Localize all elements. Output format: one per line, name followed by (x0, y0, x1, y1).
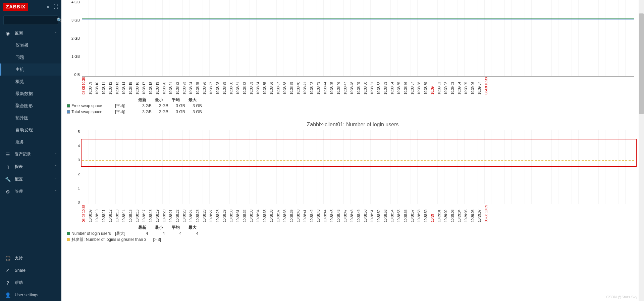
sidebar-item-maps[interactable]: 拓扑图 (0, 112, 61, 124)
x-tick: 10:39:03 (451, 205, 458, 222)
sidebar-item-discovery[interactable]: 自动发现 (0, 124, 61, 136)
sidebar-item-share[interactable]: Z Share (0, 264, 61, 276)
sidebar-item-graphs[interactable]: 聚合图形 (0, 100, 61, 112)
x-tick: 10:38:42 (310, 205, 317, 222)
x-tick: 10:38:49 (357, 77, 364, 94)
x-tick: 10:39:06 (471, 205, 478, 222)
y-tick: 0 (78, 200, 80, 204)
y-axis: 543210 (63, 130, 82, 204)
sidebar-item-hosts[interactable]: 主机 (0, 63, 61, 76)
x-tick: 10:39:07 (478, 205, 484, 222)
chevron-down-icon: ˅ (55, 190, 57, 194)
x-tick: 10:38:09 (89, 77, 95, 94)
x-tick: 10:38:16 (136, 205, 142, 222)
sidebar-item-latest-data[interactable]: 最新数据 (0, 88, 61, 100)
x-tick: 10:38:51 (370, 205, 377, 222)
logo[interactable]: ZABBIX (3, 3, 28, 11)
series-name: Number of login users (71, 230, 115, 236)
sidebar-section-configuration[interactable]: 🔧 配置 ˅ (0, 173, 61, 185)
x-tick: 10:38:42 (310, 77, 317, 94)
x-tick: 10:38:57 (411, 77, 417, 94)
sidebar-section-inventory[interactable]: ☰ 资产记录 ˅ (0, 148, 61, 161)
series-agg: [最大] (115, 230, 133, 236)
sidebar-item-help[interactable]: ? 帮助 (0, 276, 61, 289)
list-icon: ☰ (5, 152, 11, 157)
chart-plot[interactable] (82, 130, 634, 204)
legend-row: Free swap space[平均]3 GB3 GB3 GB3 GB (67, 103, 642, 109)
sidebar-section-reports[interactable]: ▯ 报表 ˅ (0, 161, 61, 173)
x-tick: 10:39:05 (464, 77, 471, 94)
x-tick: 10:38:33 (250, 205, 256, 222)
x-tick: 10:38:27 (209, 77, 216, 94)
x-tick: 10:38:30 (229, 205, 236, 222)
swatch-icon (67, 232, 70, 235)
fullscreen-icon[interactable]: ⛶ (53, 4, 58, 9)
y-tick: 3 (78, 158, 80, 162)
wrench-icon: 🔧 (5, 177, 11, 182)
x-tick: 10:39:07 (478, 77, 484, 94)
search-box[interactable]: 🔍 (3, 15, 58, 25)
sidebar-section-monitoring[interactable]: ◉ 监测 ˄ (0, 27, 61, 39)
x-tick: 10:39 (431, 205, 437, 222)
x-tick: 10:39:05 (464, 205, 471, 222)
y-tick: 0 B (74, 73, 80, 77)
legend-header-min: 最小 (151, 97, 167, 103)
series-latest: 3 GB (139, 109, 155, 115)
x-tick: 10:38:17 (142, 77, 149, 94)
x-tick: 10:38:41 (303, 77, 310, 94)
chevron-down-icon: ˅ (55, 165, 57, 169)
x-tick: 10:38:28 (216, 77, 223, 94)
scrollbar[interactable] (639, 0, 644, 301)
z-icon: Z (5, 268, 11, 273)
x-tick: 10:38:20 (162, 205, 169, 222)
chevron-up-icon: ˄ (55, 31, 57, 35)
bar-chart-icon: ▯ (5, 164, 11, 170)
x-tick: 10:39:04 (458, 205, 464, 222)
sidebar-item-support[interactable]: 🎧 支持 (0, 252, 61, 264)
x-tick: 10:38:31 (236, 77, 243, 94)
legend-row: Total swap space[平均]3 GB3 GB3 GB3 GB (67, 109, 642, 115)
x-tick: 10:38:49 (357, 205, 364, 222)
series-agg: [平均] (115, 103, 133, 109)
scrollbar-thumb[interactable] (639, 13, 644, 114)
total-swap-line (82, 19, 634, 19)
y-tick: 4 GB (71, 0, 80, 4)
y-tick: 2 (78, 172, 80, 176)
sidebar-label: Share (15, 268, 25, 273)
x-tick: 10:38:29 (223, 77, 229, 94)
sidebar-item-dashboard[interactable]: 仪表板 (0, 39, 61, 51)
x-tick: 10:38:44 (323, 205, 330, 222)
x-tick: 10:38:29 (223, 205, 229, 222)
x-tick: 10:38:58 (417, 205, 424, 222)
x-tick: 10:38:57 (411, 205, 417, 222)
legend-header-latest: 最新 (134, 225, 151, 230)
sidebar-item-services[interactable]: 服务 (0, 136, 61, 148)
x-tick: 10:38:11 (102, 205, 109, 222)
x-tick: 10:38:34 (256, 77, 263, 94)
x-tick: 10:38:26 (203, 205, 209, 222)
trigger-row: 触发器: Number of logins is greater than 3 … (67, 236, 642, 243)
x-tick: 10:38:10 (95, 77, 102, 94)
x-tick: 10:38:36 (270, 77, 276, 94)
x-axis: 08-08 10:3810:38:0910:38:1010:38:1110:38… (63, 77, 642, 94)
x-tick: 10:38:09 (89, 205, 95, 222)
collapse-icon[interactable]: « (47, 4, 49, 9)
search-input[interactable] (6, 18, 57, 23)
sidebar-label: 帮助 (15, 280, 23, 286)
sidebar-item-user-settings[interactable]: 👤 User settings (0, 289, 61, 301)
sidebar-section-administration[interactable]: ⚙ 管理 ˅ (0, 185, 61, 198)
x-tick: 10:39:03 (451, 77, 458, 94)
trigger-swatch-icon (67, 238, 70, 241)
x-tick: 10:38:40 (297, 205, 303, 222)
x-tick: 10:38:18 (149, 77, 156, 94)
series-avg: 4 (172, 230, 189, 236)
sidebar-item-overview[interactable]: 概览 (0, 76, 61, 88)
x-tick: 10:38:32 (243, 205, 250, 222)
x-tick: 10:38:43 (317, 77, 323, 94)
sidebar: ZABBIX « ⛶ 🔍 ◉ 监测 ˄ 仪表板 问题 主机 概览 最新数据 聚合… (0, 0, 61, 301)
series-min: 4 (155, 230, 172, 236)
series-latest: 4 (139, 230, 155, 236)
chart-plot[interactable] (82, 0, 634, 77)
sidebar-item-problems[interactable]: 问题 (0, 51, 61, 63)
x-tick: 10:38:14 (122, 77, 129, 94)
